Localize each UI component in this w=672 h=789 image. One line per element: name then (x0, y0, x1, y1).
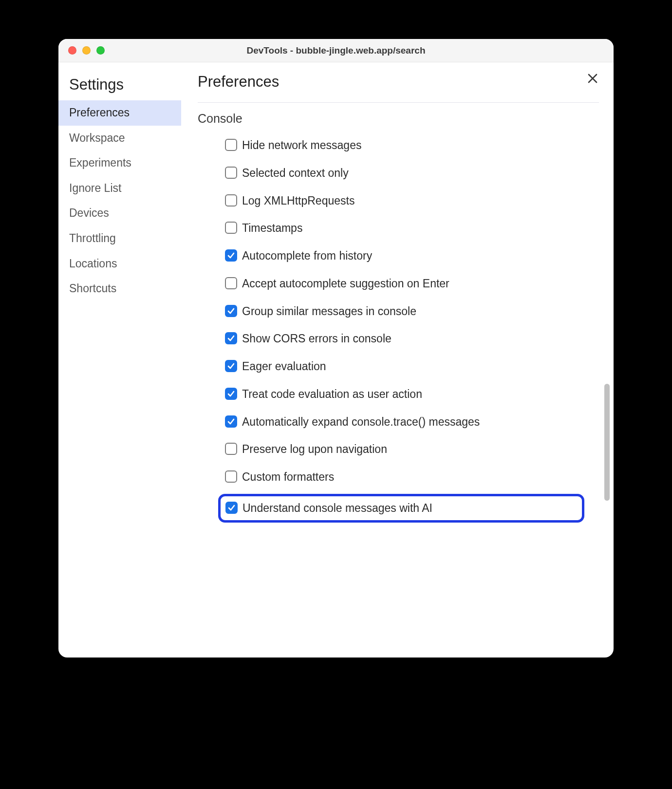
option-row: Custom formatters (225, 463, 584, 491)
option-label: Log XMLHttpRequests (242, 194, 355, 208)
sidebar-item-shortcuts[interactable]: Shortcuts (58, 276, 181, 301)
option-label: Eager evaluation (242, 359, 326, 374)
checkbox[interactable] (225, 139, 237, 151)
scrollbar-track[interactable] (604, 96, 610, 644)
option-label: Automatically expand console.trace() mes… (242, 415, 480, 429)
sidebar-item-experiments[interactable]: Experiments (58, 150, 181, 176)
sidebar-item-devices[interactable]: Devices (58, 201, 181, 226)
sidebar-item-workspace[interactable]: Workspace (58, 126, 181, 151)
checkbox[interactable] (225, 443, 237, 455)
sidebar-item-throttling[interactable]: Throttling (58, 226, 181, 251)
checkbox[interactable] (225, 470, 237, 483)
content: Settings PreferencesWorkspaceExperiments… (58, 62, 614, 658)
close-window-button[interactable] (68, 46, 76, 55)
option-label: Selected context only (242, 166, 349, 180)
option-row: Automatically expand console.trace() mes… (225, 408, 584, 436)
option-row: Understand console messages with AI (218, 494, 584, 523)
option-row: Autocomplete from history (225, 242, 584, 270)
sidebar-item-preferences[interactable]: Preferences (58, 100, 181, 126)
option-row: Accept autocomplete suggestion on Enter (225, 270, 584, 298)
scrollbar-thumb[interactable] (604, 384, 610, 501)
sidebar-item-locations[interactable]: Locations (58, 251, 181, 277)
option-row: Group similar messages in console (225, 298, 584, 325)
checkbox[interactable] (225, 388, 237, 400)
sidebar-title: Settings (58, 73, 181, 100)
option-label: Accept autocomplete suggestion on Enter (242, 277, 449, 291)
traffic-lights (58, 46, 105, 55)
checkbox[interactable] (225, 167, 237, 179)
checkbox[interactable] (225, 249, 237, 262)
checkbox[interactable] (225, 332, 237, 344)
main-panel: Preferences Console Hide network message… (181, 62, 614, 658)
option-label: Hide network messages (242, 138, 361, 152)
option-label: Timestamps (242, 221, 302, 235)
option-row: Treat code evaluation as user action (225, 380, 584, 408)
option-row: Timestamps (225, 214, 584, 242)
window-title: DevTools - bubble-jingle.web.app/search (58, 45, 614, 56)
checkbox[interactable] (225, 360, 237, 372)
option-row: Log XMLHttpRequests (225, 187, 584, 215)
option-label: Treat code evaluation as user action (242, 387, 422, 401)
fullscreen-window-button[interactable] (96, 46, 105, 55)
option-label: Show CORS errors in console (242, 332, 392, 346)
checkbox[interactable] (225, 277, 237, 289)
option-row: Preserve log upon navigation (225, 435, 584, 463)
option-label: Preserve log upon navigation (242, 442, 387, 456)
sidebar-item-ignore-list[interactable]: Ignore List (58, 176, 181, 201)
option-row: Hide network messages (225, 132, 584, 159)
checkbox[interactable] (225, 222, 237, 234)
option-row: Selected context only (225, 159, 584, 187)
devtools-window: DevTools - bubble-jingle.web.app/search … (58, 39, 614, 658)
checkbox[interactable] (225, 305, 237, 317)
option-label: Autocomplete from history (242, 249, 372, 263)
page-title: Preferences (198, 73, 614, 102)
option-row: Eager evaluation (225, 353, 584, 380)
checkbox[interactable] (225, 502, 238, 514)
titlebar: DevTools - bubble-jingle.web.app/search (58, 39, 614, 62)
option-row: Show CORS errors in console (225, 325, 584, 353)
option-label: Custom formatters (242, 470, 334, 484)
checkbox[interactable] (225, 415, 237, 428)
option-label: Understand console messages with AI (243, 501, 432, 515)
checkbox[interactable] (225, 194, 237, 207)
minimize-window-button[interactable] (82, 46, 91, 55)
section-title: Console (198, 103, 614, 132)
option-label: Group similar messages in console (242, 304, 416, 319)
sidebar: Settings PreferencesWorkspaceExperiments… (58, 62, 181, 658)
